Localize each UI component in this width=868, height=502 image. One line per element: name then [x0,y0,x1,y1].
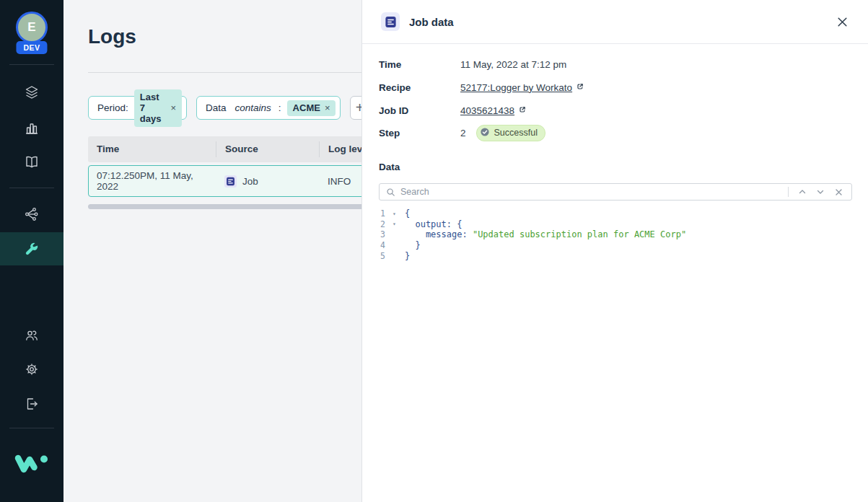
field-label: Step [379,128,460,138]
recipe-link[interactable]: 52177:Logger by Workato [460,82,584,93]
field-job-id: Job ID 4035621438 [379,103,527,118]
search-divider [788,187,789,197]
close-icon[interactable] [835,14,849,29]
avatar-letter: E [27,20,35,35]
field-label: Time [379,59,460,70]
filter-bar: Period: Last 7 days × Datacontains: ACME… [88,96,361,120]
gear-icon [23,361,40,378]
sidebar-divider [9,428,54,428]
filter-value-pill: ACME × [287,100,336,116]
code-text: { [405,208,410,219]
job-icon [224,175,237,188]
line-number: 4 [380,240,390,250]
filter-value-pill: Last 7 days × [134,89,182,127]
bar-chart-icon [23,119,40,136]
remove-filter-icon[interactable]: × [325,103,330,113]
code-search-bar [379,183,852,201]
book-icon [23,154,40,171]
code-line: 3 message: "Updated subscription plan fo… [362,229,868,240]
fold-icon[interactable]: ▾ [390,211,405,217]
check-circle-icon [480,127,490,139]
horizontal-scrollbar[interactable] [88,204,361,209]
filter-value: Last 7 days [140,92,167,124]
code-text: } [405,240,421,250]
search-icon [386,188,395,197]
layers-icon [23,84,40,101]
field-label: Job ID [379,105,460,116]
share-icon [23,206,40,223]
source-label: Job [242,176,258,187]
column-header-log-level: Log level [320,141,361,157]
filter-colon: : [279,102,281,113]
status-label: Successful [494,128,538,138]
code-line: 2 ▾ output: { [362,219,868,230]
workato-logo[interactable] [0,452,63,474]
code-line: 1 ▾ { [362,208,868,219]
sidebar-item-dashboard[interactable] [0,111,63,144]
line-number: 2 [380,219,390,229]
code-text: message: "Updated subscription plan for … [405,229,686,239]
code-text: } [405,251,410,261]
line-number: 1 [380,208,390,219]
chevron-up-icon[interactable] [796,185,809,198]
users-icon [23,327,40,344]
page-title: Logs [88,25,136,48]
job-data-panel: Job data Time 11 May, 2022 at 7:12 pm Re… [361,0,868,502]
line-number: 5 [380,251,390,261]
code-viewer: 1 ▾ { 2 ▾ output: { 3 message: "Updated … [362,208,868,261]
code-line: 5 } [362,250,868,261]
env-badge: DEV [16,41,47,54]
cell-time[interactable]: 07:12.250PM, 11 May, 2022 [89,170,216,192]
field-time: Time 11 May, 2022 at 7:12 pm [379,57,566,71]
fold-icon[interactable]: ▾ [390,221,405,227]
title-divider [88,72,361,73]
sidebar-item-settings[interactable] [0,353,63,386]
job-icon [381,12,400,31]
table-header: Time Source Log level [88,136,361,162]
logs-table: Time Source Log level 07:12.250PM, 11 Ma… [88,136,361,197]
panel-title: Job data [409,16,454,28]
wrench-icon [24,241,40,257]
code-line: 4 } [362,240,868,251]
search-input[interactable] [400,187,781,197]
panel-header: Job data [362,0,868,44]
field-step: Step 2 Successful [379,126,545,140]
sidebar: E DEV [0,0,63,502]
clear-search-icon[interactable] [832,185,845,198]
code-text: output: { [405,219,462,229]
log-row-selected[interactable]: 07:12.250PM, 11 May, 2022 Job INFO [88,165,361,197]
job-id-link[interactable]: 4035621438 [460,105,527,116]
chevron-down-icon[interactable] [814,185,827,198]
add-filter-button[interactable]: + [350,96,361,120]
filter-chip-data[interactable]: Datacontains: ACME × [196,96,341,120]
filter-operator: contains [235,102,271,113]
cell-source[interactable]: Job [216,175,320,188]
filter-value: ACME [293,102,320,113]
sidebar-item-environments[interactable] [0,76,63,109]
sidebar-item-library[interactable] [0,146,63,179]
remove-filter-icon[interactable]: × [170,103,176,113]
field-label: Recipe [379,82,460,93]
external-link-icon [576,82,584,93]
sidebar-divider [9,188,54,188]
filter-chip-period[interactable]: Period: Last 7 days × [88,96,187,120]
sidebar-item-members[interactable] [0,319,63,352]
sidebar-item-tools[interactable] [0,232,63,265]
logs-page: Logs Period: Last 7 days × Datacontains:… [63,0,361,502]
avatar[interactable]: E [16,12,48,43]
column-header-source: Source [216,141,320,157]
field-value: 11 May, 2022 at 7:12 pm [460,59,566,70]
sidebar-item-api[interactable] [0,198,63,231]
plus-icon: + [356,100,361,116]
sidebar-item-logout[interactable] [0,387,63,420]
field-recipe: Recipe 52177:Logger by Workato [379,80,584,94]
status-badge: Successful [476,125,545,141]
line-number: 3 [380,229,390,239]
step-number: 2 [460,128,466,138]
data-section-label: Data [379,162,400,172]
environment-avatar[interactable]: E DEV [0,12,63,43]
filter-label: Data [206,102,227,113]
cell-log-level[interactable]: INFO [320,176,361,187]
logout-icon [23,395,40,413]
filter-label: Period: [97,102,128,113]
